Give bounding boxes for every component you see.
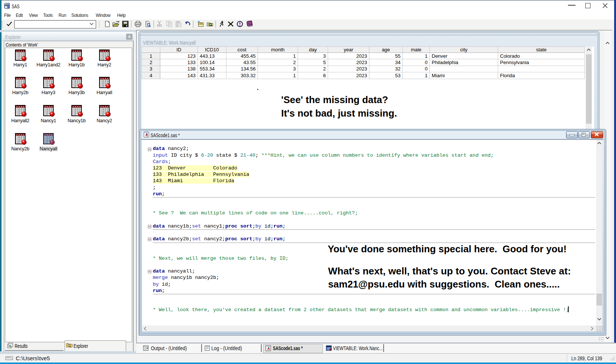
svg-text:sas: sas xyxy=(5,4,9,6)
